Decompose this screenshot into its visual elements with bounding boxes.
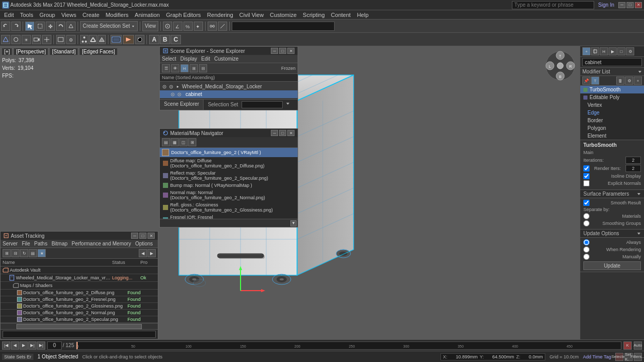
map-item-fresnel[interactable]: Fresnel IOR: Fresnel (Doctor's_office_fu… xyxy=(160,214,298,219)
x-input[interactable] xyxy=(449,354,477,359)
selection-set-input[interactable] xyxy=(242,101,283,108)
menu-help[interactable]: Help xyxy=(354,10,372,19)
time-tag-btn[interactable]: Add Time Tag xyxy=(583,354,611,359)
render-iters-input[interactable] xyxy=(625,165,641,172)
asset-row-glossiness[interactable]: Doctor's_office_furniture_geo_2_Glossine… xyxy=(1,303,158,310)
viewport-perspective-label[interactable]: [+] xyxy=(2,48,12,55)
map-item-normal[interactable]: Normal map: Normal (Doctor's_office_furn… xyxy=(160,189,298,201)
asset-row-fresnel[interactable]: Doctor's_office_furniture_geo_2_Fresnel.… xyxy=(1,296,158,303)
next-frame-btn[interactable]: ▶| xyxy=(28,341,36,350)
manually-radio[interactable] xyxy=(583,254,590,260)
at-btn4[interactable]: ▤ xyxy=(29,249,37,257)
menu-modifiers[interactable]: Modifiers xyxy=(102,10,132,19)
geometry-button[interactable] xyxy=(1,35,10,44)
map-item-gloss[interactable]: Refl. gloss.: Glossiness (Doctor's_offic… xyxy=(160,201,298,214)
go-start-btn[interactable]: |◀ xyxy=(2,341,10,350)
mod-pin-btn[interactable]: 📌 xyxy=(582,77,591,85)
at-next-btn[interactable]: ▶ xyxy=(148,249,156,257)
render-setup-button[interactable] xyxy=(111,35,122,44)
scene-explorer-customize-menu[interactable]: Customize xyxy=(214,56,238,62)
when-rendering-radio[interactable] xyxy=(583,246,590,253)
menu-views[interactable]: Views xyxy=(58,10,79,19)
minimize-button[interactable]: ─ xyxy=(618,2,625,8)
map-item-diffuse[interactable]: Diffuse map: Diffuse (Doctor's_office_fu… xyxy=(160,157,298,169)
mod-type-btn[interactable]: T xyxy=(591,77,599,85)
asset-row-specular[interactable]: Doctor's_office_furniture_geo_2_Specular… xyxy=(1,316,158,323)
menu-animation[interactable]: Animation xyxy=(132,10,163,19)
play-btn[interactable]: ▶ xyxy=(20,341,28,350)
at-btn3[interactable]: ↻ xyxy=(20,249,28,257)
explicit-normals-checkbox[interactable] xyxy=(583,180,590,186)
mat-nav-close[interactable]: ✕ xyxy=(287,130,295,136)
viewport-shading-label[interactable]: [Standard] xyxy=(50,48,78,55)
selection-set-button[interactable]: Create Selection Set xyxy=(80,21,138,31)
materials-radio[interactable] xyxy=(583,213,590,219)
view-button[interactable]: View xyxy=(142,21,159,31)
mat-nav-maximize[interactable]: □ xyxy=(279,130,286,136)
scene-explorer-display-menu[interactable]: Display xyxy=(180,56,197,62)
at-server-menu[interactable]: Server xyxy=(3,241,17,246)
surface-params-header[interactable]: Surface Parameters xyxy=(580,190,644,198)
undo-button[interactable] xyxy=(1,22,10,31)
render-iters-checkbox[interactable] xyxy=(583,165,590,172)
timeline-ruler[interactable]: 0 50 100 150 200 250 300 350 400 450 xyxy=(76,341,621,350)
face-icon[interactable] xyxy=(98,35,106,44)
viewport-display-label[interactable]: [Edged Faces] xyxy=(80,48,117,55)
at-options-menu[interactable]: Options xyxy=(135,241,153,246)
lights-button[interactable]: ☀ xyxy=(22,35,31,44)
select-region-button[interactable] xyxy=(35,22,45,31)
expand-icon-root[interactable] xyxy=(175,84,180,89)
iterations-input[interactable] xyxy=(625,157,641,164)
mat-nav-btn4[interactable]: ⊞ xyxy=(188,138,196,146)
create-panel-btn[interactable]: + xyxy=(582,47,591,55)
at-bitmap-menu[interactable]: Bitmap xyxy=(51,241,67,246)
at-paths-menu[interactable]: Paths xyxy=(34,241,48,246)
scene-explorer-title-bar[interactable]: Scene Explorer - Scene Explorer ─ □ ✕ xyxy=(160,47,298,55)
scene-explorer-minimize[interactable]: ─ xyxy=(271,48,278,54)
asset-row-vault[interactable]: Autodesk Vault xyxy=(1,266,158,274)
tree-item-cabinet[interactable]: cabinet xyxy=(160,90,298,98)
auto-mode-btn[interactable]: Auto xyxy=(634,341,642,350)
select-button[interactable] xyxy=(25,22,34,31)
se-select-all-btn[interactable]: ⊞ xyxy=(190,64,198,72)
playhead[interactable] xyxy=(77,342,78,349)
rotate-button[interactable] xyxy=(56,22,65,31)
menu-scripting[interactable]: Scripting xyxy=(300,10,328,19)
modifier-element[interactable]: Element xyxy=(580,132,644,140)
asset-scrollbar[interactable] xyxy=(1,323,158,329)
scene-explorer-maximize[interactable]: □ xyxy=(279,48,286,54)
scene-explorer-edit-menu[interactable]: Edit xyxy=(201,56,210,62)
go-end-btn[interactable]: ▶| xyxy=(37,341,45,350)
snap-button[interactable] xyxy=(163,22,172,31)
modifier-turbosmaooth[interactable]: TurboSmooth xyxy=(580,86,644,93)
menu-civil-view[interactable]: Civil View xyxy=(236,10,267,19)
motion-panel-btn[interactable]: ▶ xyxy=(609,47,617,55)
current-frame-input[interactable] xyxy=(47,341,62,350)
asset-close[interactable]: ✕ xyxy=(148,233,155,239)
redo-button[interactable] xyxy=(11,22,21,31)
char-b-button[interactable]: B xyxy=(160,35,170,44)
menu-edit[interactable]: Edit xyxy=(1,10,17,19)
scene-explorer-select-menu[interactable]: Select xyxy=(162,56,176,62)
prev-frame-btn[interactable]: ◀ xyxy=(11,341,19,350)
char-a-button[interactable]: A xyxy=(149,35,159,44)
se-deselect-btn[interactable]: ⊟ xyxy=(199,64,207,72)
active-material-row[interactable]: Doctor's_office_furniture_geo_2 ( VRayMt… xyxy=(160,148,298,157)
menu-tools[interactable]: Tools xyxy=(17,10,36,19)
maximize-button[interactable]: □ xyxy=(627,2,634,8)
shapes-button[interactable] xyxy=(11,35,21,44)
move-button[interactable]: ✤ xyxy=(46,22,55,31)
vertex-icon[interactable] xyxy=(80,35,88,44)
search-input[interactable] xyxy=(512,1,594,9)
isoline-checkbox[interactable] xyxy=(583,173,590,179)
smoothing-groups-radio[interactable] xyxy=(583,220,590,226)
modify-panel-btn[interactable] xyxy=(591,47,599,55)
asset-row-diffuse[interactable]: Doctor's_office_furniture_geo_2_Diffuse.… xyxy=(1,290,158,296)
at-prev-btn[interactable]: ◀ xyxy=(139,249,147,257)
char-c-button[interactable]: C xyxy=(171,35,181,44)
menu-customize[interactable]: Customize xyxy=(267,10,300,19)
spinner-snap-button[interactable]: ✦ xyxy=(194,22,203,31)
at-performance-menu[interactable]: Performance and Memory xyxy=(71,241,131,246)
se-show-btn[interactable]: 👁 xyxy=(171,64,179,72)
asset-row-max[interactable]: Wheeled_Medical_Storage_Locker_max_vray.… xyxy=(1,274,158,282)
